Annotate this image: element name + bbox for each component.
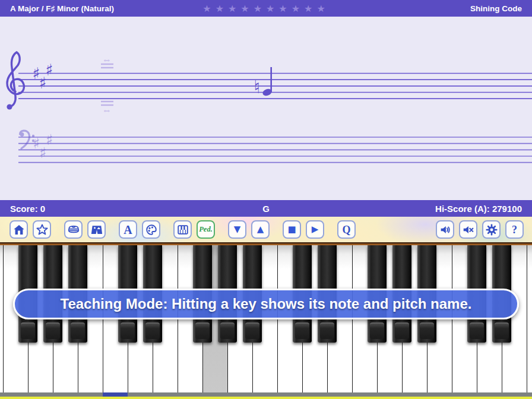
staff-area: ♯ ♯ ♯ ⇔ ⇔ ♮ ♯ ♯	[0, 17, 532, 200]
note-names-button[interactable]: A	[119, 220, 137, 239]
grand-staff: ♯ ♯ ♯ ⇔ ⇔ ♮ ♯ ♯	[0, 17, 532, 200]
score-bar: Score: 0 G Hi-Score (A): 279100	[0, 200, 532, 217]
svg-text:⇔: ⇔	[102, 104, 112, 116]
pedal-button[interactable]: Ped.	[197, 220, 215, 239]
current-note-label: G	[0, 204, 532, 214]
mini-keyboard-icon	[176, 223, 189, 236]
black-key-cap	[71, 322, 85, 339]
star-icon: ★	[240, 3, 253, 14]
bass-key-signature: ♯ ♯ ♯	[33, 131, 53, 162]
toolbar-group: Q	[337, 220, 356, 239]
mute-icon	[462, 223, 475, 236]
star-icon: ★	[266, 3, 278, 14]
star-icon: ★	[228, 3, 240, 14]
quiz-button[interactable]: Q	[337, 220, 356, 239]
treble-clef-icon	[7, 52, 24, 110]
stop-icon: ■	[287, 225, 296, 234]
natural-sign: ♮	[254, 76, 260, 97]
toolbar-group: A	[119, 220, 160, 239]
octave-down-button[interactable]: ▼	[228, 220, 246, 239]
play-icon: ▶	[312, 225, 319, 234]
toolbar-group: ■▶	[283, 220, 324, 239]
note-names-icon: A	[124, 224, 132, 236]
star-icon: ★	[254, 3, 266, 14]
star-icon: ★	[216, 3, 228, 14]
black-key-cap	[295, 322, 309, 339]
teaching-mode-banner: Teaching Mode: Hitting a key shows its n…	[13, 289, 519, 319]
top-bar: A Major / F♯ Minor (Natural) ★★★★★★★★★★ …	[0, 0, 532, 17]
star-icon: ★	[202, 3, 215, 14]
palette-button[interactable]	[142, 220, 160, 239]
middle-c-marker	[103, 392, 128, 397]
help-button[interactable]: ?	[505, 220, 524, 239]
volume-button[interactable]	[436, 220, 454, 239]
shirt-theme-button[interactable]	[64, 220, 83, 239]
star-icon: ★	[278, 3, 291, 14]
favorites-button[interactable]	[33, 220, 51, 239]
bottom-yellow-line	[0, 397, 532, 399]
star-icon: ★	[292, 3, 304, 14]
black-key-cap	[121, 322, 135, 339]
mini-keyboard-button[interactable]	[173, 220, 192, 239]
star-icon: ★	[316, 3, 329, 14]
note-stem	[270, 67, 272, 93]
octave-up-button[interactable]: ▲	[251, 220, 270, 239]
favorites-icon	[36, 223, 49, 236]
black-key-cap	[495, 322, 509, 339]
octave-down-icon: ▼	[234, 225, 241, 234]
quarter-note-g-natural: ♮	[254, 67, 273, 97]
range-marker-bottom: ⇔	[101, 102, 113, 116]
treble-staff-lines	[18, 74, 532, 99]
toolbar-group: ▼▲	[228, 220, 270, 239]
black-key-cap	[370, 322, 384, 339]
black-key-cap	[320, 322, 334, 339]
toolbar-group: Ped.	[173, 220, 215, 239]
black-key-cap	[145, 322, 160, 339]
stop-button[interactable]: ■	[283, 220, 301, 239]
key-title: A Major / F♯ Minor (Natural)	[10, 4, 114, 13]
mode-label: Shining Code	[470, 4, 522, 13]
pedal-icon: Ped.	[199, 226, 213, 233]
black-key-cap	[195, 322, 210, 339]
octave-up-icon: ▲	[257, 225, 264, 234]
black-key-cap	[21, 322, 35, 339]
play-button[interactable]: ▶	[306, 220, 324, 239]
shorts-theme-icon	[90, 223, 103, 236]
palette-icon	[145, 223, 158, 236]
bass-staff-lines	[18, 137, 532, 163]
keyboard-front-rail	[0, 392, 532, 397]
mute-button[interactable]	[459, 220, 477, 239]
black-key-cap	[245, 322, 259, 339]
svg-text:♯: ♯	[46, 131, 53, 148]
star-icon: ★	[304, 3, 316, 14]
black-key-cap	[470, 322, 484, 339]
toolbar: APed.▼▲■▶Q?	[0, 217, 532, 242]
home-icon	[12, 223, 26, 236]
toolbar-group: ?	[436, 220, 524, 239]
help-icon: ?	[512, 224, 517, 235]
piano-keyboard	[0, 242, 532, 399]
shirt-theme-icon	[67, 223, 80, 236]
black-key-cap	[420, 322, 434, 339]
settings-icon	[485, 223, 498, 236]
toolbar-group	[64, 220, 106, 239]
white-key-f[interactable]	[527, 245, 532, 392]
svg-text:♯: ♯	[45, 61, 53, 79]
teaching-mode-text: Teaching Mode: Hitting a key shows its n…	[61, 296, 472, 312]
black-key-cap	[46, 322, 60, 339]
range-marker-top: ⇔	[101, 54, 113, 68]
black-key-cap	[220, 322, 235, 339]
toolbar-group	[10, 220, 51, 239]
settings-button[interactable]	[482, 220, 501, 239]
home-button[interactable]	[10, 220, 28, 239]
quiz-icon: Q	[342, 224, 350, 235]
volume-icon	[439, 223, 452, 236]
treble-key-signature: ♯ ♯ ♯	[32, 61, 53, 92]
shorts-theme-button[interactable]	[87, 220, 106, 239]
black-key-cap	[395, 322, 409, 339]
